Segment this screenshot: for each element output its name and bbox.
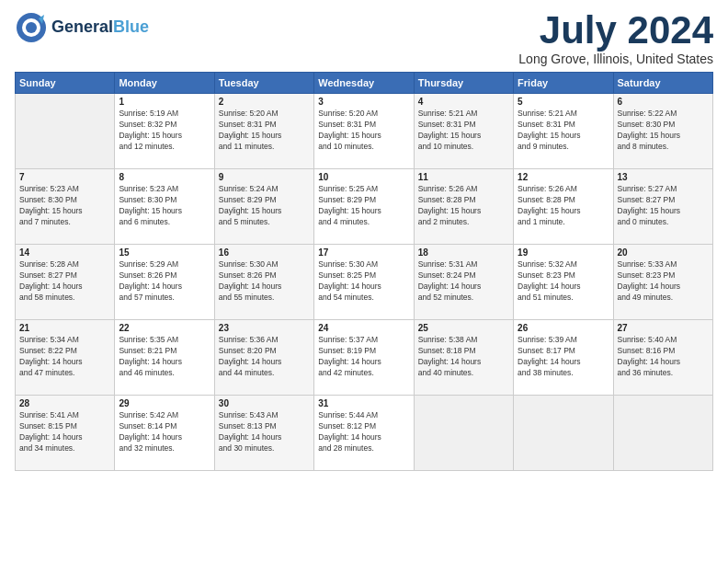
calendar-cell [613, 396, 712, 471]
logo-blue: Blue [113, 17, 149, 36]
calendar-cell: 8Sunrise: 5:23 AM Sunset: 8:30 PM Daylig… [115, 169, 214, 245]
header-row: SundayMondayTuesdayWednesdayThursdayFrid… [16, 73, 713, 94]
day-number: 3 [318, 97, 409, 107]
calendar-cell: 31Sunrise: 5:44 AM Sunset: 8:12 PM Dayli… [314, 396, 414, 471]
day-info: Sunrise: 5:37 AM Sunset: 8:19 PM Dayligh… [318, 335, 409, 379]
day-info: Sunrise: 5:21 AM Sunset: 8:31 PM Dayligh… [418, 109, 509, 153]
day-info: Sunrise: 5:25 AM Sunset: 8:29 PM Dayligh… [318, 184, 409, 228]
calendar-cell: 4Sunrise: 5:21 AM Sunset: 8:31 PM Daylig… [414, 94, 513, 169]
calendar-cell: 25Sunrise: 5:38 AM Sunset: 8:18 PM Dayli… [414, 320, 513, 396]
day-number: 4 [418, 97, 509, 107]
day-number: 25 [418, 323, 509, 333]
header: GeneralBlue July 2024 Long Grove, Illino… [15, 11, 713, 66]
day-info: Sunrise: 5:26 AM Sunset: 8:28 PM Dayligh… [518, 184, 609, 228]
calendar-cell: 22Sunrise: 5:35 AM Sunset: 8:21 PM Dayli… [115, 320, 214, 396]
day-number: 27 [618, 323, 709, 333]
header-wednesday: Wednesday [314, 73, 414, 94]
day-number: 14 [19, 247, 110, 258]
day-info: Sunrise: 5:43 AM Sunset: 8:13 PM Dayligh… [219, 410, 310, 454]
day-info: Sunrise: 5:19 AM Sunset: 8:32 PM Dayligh… [119, 109, 210, 153]
day-info: Sunrise: 5:30 AM Sunset: 8:26 PM Dayligh… [219, 259, 310, 304]
day-number: 24 [318, 323, 409, 333]
day-number: 22 [119, 323, 210, 333]
calendar-cell: 3Sunrise: 5:20 AM Sunset: 8:31 PM Daylig… [314, 94, 414, 169]
day-info: Sunrise: 5:22 AM Sunset: 8:30 PM Dayligh… [618, 109, 709, 153]
calendar-cell: 15Sunrise: 5:29 AM Sunset: 8:26 PM Dayli… [115, 245, 214, 320]
week-row-1: 7Sunrise: 5:23 AM Sunset: 8:30 PM Daylig… [16, 169, 713, 245]
location: Long Grove, Illinois, United States [518, 52, 713, 66]
day-info: Sunrise: 5:44 AM Sunset: 8:12 PM Dayligh… [318, 410, 409, 454]
calendar-cell: 10Sunrise: 5:25 AM Sunset: 8:29 PM Dayli… [314, 169, 414, 245]
calendar-cell: 20Sunrise: 5:33 AM Sunset: 8:23 PM Dayli… [613, 245, 712, 320]
day-number: 17 [318, 247, 409, 258]
day-number: 20 [618, 247, 709, 258]
calendar-cell: 18Sunrise: 5:31 AM Sunset: 8:24 PM Dayli… [414, 245, 513, 320]
day-number: 28 [19, 398, 110, 408]
day-info: Sunrise: 5:21 AM Sunset: 8:31 PM Dayligh… [518, 109, 609, 153]
day-info: Sunrise: 5:32 AM Sunset: 8:23 PM Dayligh… [518, 259, 609, 304]
logo-general: General [51, 17, 113, 36]
day-info: Sunrise: 5:31 AM Sunset: 8:24 PM Dayligh… [418, 259, 509, 304]
day-info: Sunrise: 5:38 AM Sunset: 8:18 PM Dayligh… [418, 335, 509, 379]
calendar-cell: 21Sunrise: 5:34 AM Sunset: 8:22 PM Dayli… [16, 320, 115, 396]
day-info: Sunrise: 5:27 AM Sunset: 8:27 PM Dayligh… [618, 184, 709, 228]
calendar-cell: 11Sunrise: 5:26 AM Sunset: 8:28 PM Dayli… [414, 169, 513, 245]
calendar-cell [414, 396, 513, 471]
header-saturday: Saturday [613, 73, 712, 94]
calendar-cell: 7Sunrise: 5:23 AM Sunset: 8:30 PM Daylig… [16, 169, 115, 245]
day-number: 9 [219, 172, 310, 182]
day-info: Sunrise: 5:36 AM Sunset: 8:20 PM Dayligh… [219, 335, 310, 379]
month-title: July 2024 [518, 11, 713, 50]
day-info: Sunrise: 5:35 AM Sunset: 8:21 PM Dayligh… [119, 335, 210, 379]
calendar-cell [514, 396, 613, 471]
day-number: 12 [518, 172, 609, 182]
page-container: GeneralBlue July 2024 Long Grove, Illino… [0, 0, 728, 478]
day-info: Sunrise: 5:34 AM Sunset: 8:22 PM Dayligh… [19, 335, 110, 379]
calendar-cell: 6Sunrise: 5:22 AM Sunset: 8:30 PM Daylig… [613, 94, 712, 169]
day-info: Sunrise: 5:40 AM Sunset: 8:16 PM Dayligh… [618, 335, 709, 379]
calendar-cell: 14Sunrise: 5:28 AM Sunset: 8:27 PM Dayli… [16, 245, 115, 320]
calendar-cell: 12Sunrise: 5:26 AM Sunset: 8:28 PM Dayli… [514, 169, 613, 245]
calendar-cell: 16Sunrise: 5:30 AM Sunset: 8:26 PM Dayli… [214, 245, 313, 320]
day-number: 16 [219, 247, 310, 258]
week-row-4: 28Sunrise: 5:41 AM Sunset: 8:15 PM Dayli… [16, 396, 713, 471]
calendar-cell: 17Sunrise: 5:30 AM Sunset: 8:25 PM Dayli… [314, 245, 414, 320]
header-sunday: Sunday [16, 73, 115, 94]
calendar-cell: 29Sunrise: 5:42 AM Sunset: 8:14 PM Dayli… [115, 396, 214, 471]
calendar-cell: 13Sunrise: 5:27 AM Sunset: 8:27 PM Dayli… [613, 169, 712, 245]
header-thursday: Thursday [414, 73, 513, 94]
day-info: Sunrise: 5:20 AM Sunset: 8:31 PM Dayligh… [318, 109, 409, 153]
day-number: 11 [418, 172, 509, 182]
header-monday: Monday [115, 73, 214, 94]
day-info: Sunrise: 5:42 AM Sunset: 8:14 PM Dayligh… [119, 410, 210, 454]
calendar-cell: 9Sunrise: 5:24 AM Sunset: 8:29 PM Daylig… [214, 169, 313, 245]
week-row-2: 14Sunrise: 5:28 AM Sunset: 8:27 PM Dayli… [16, 245, 713, 320]
day-info: Sunrise: 5:33 AM Sunset: 8:23 PM Dayligh… [618, 259, 709, 304]
week-row-3: 21Sunrise: 5:34 AM Sunset: 8:22 PM Dayli… [16, 320, 713, 396]
calendar-cell: 5Sunrise: 5:21 AM Sunset: 8:31 PM Daylig… [514, 94, 613, 169]
day-number: 13 [618, 172, 709, 182]
day-number: 18 [418, 247, 509, 258]
day-number: 30 [219, 398, 310, 408]
day-number: 5 [518, 97, 609, 107]
day-number: 19 [518, 247, 609, 258]
header-tuesday: Tuesday [214, 73, 313, 94]
day-number: 23 [219, 323, 310, 333]
logo: GeneralBlue [15, 11, 149, 44]
day-number: 10 [318, 172, 409, 182]
calendar-cell: 26Sunrise: 5:39 AM Sunset: 8:17 PM Dayli… [514, 320, 613, 396]
day-info: Sunrise: 5:39 AM Sunset: 8:17 PM Dayligh… [518, 335, 609, 379]
header-friday: Friday [514, 73, 613, 94]
calendar-cell [16, 94, 115, 169]
calendar-cell: 28Sunrise: 5:41 AM Sunset: 8:15 PM Dayli… [16, 396, 115, 471]
week-row-0: 1Sunrise: 5:19 AM Sunset: 8:32 PM Daylig… [16, 94, 713, 169]
calendar-cell: 1Sunrise: 5:19 AM Sunset: 8:32 PM Daylig… [115, 94, 214, 169]
calendar-table: SundayMondayTuesdayWednesdayThursdayFrid… [15, 72, 713, 471]
day-number: 8 [119, 172, 210, 182]
day-number: 2 [219, 97, 310, 107]
day-info: Sunrise: 5:26 AM Sunset: 8:28 PM Dayligh… [418, 184, 509, 228]
title-section: July 2024 Long Grove, Illinois, United S… [518, 11, 713, 66]
day-number: 29 [119, 398, 210, 408]
day-info: Sunrise: 5:29 AM Sunset: 8:26 PM Dayligh… [119, 259, 210, 304]
svg-point-2 [26, 22, 37, 33]
